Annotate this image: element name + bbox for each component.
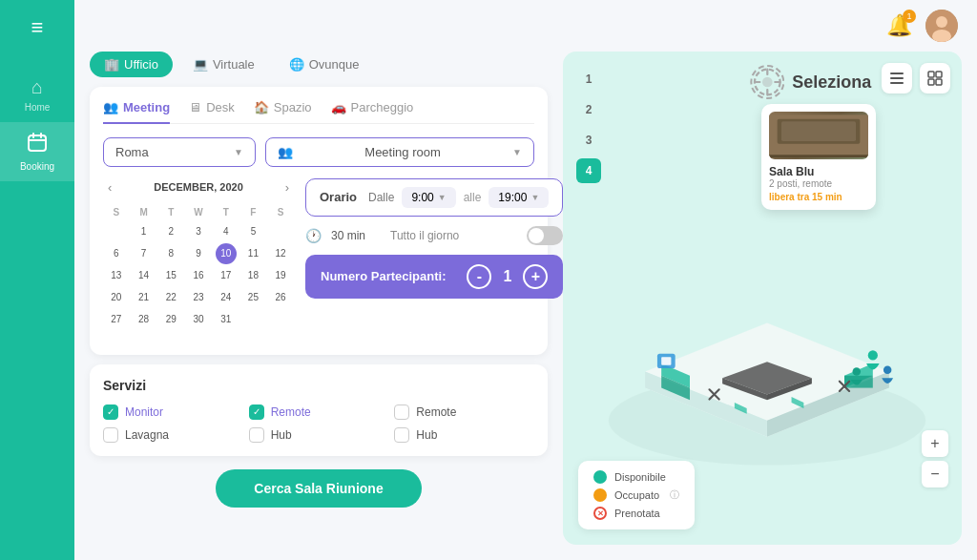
svg-point-44 — [883, 366, 892, 375]
day-header-s2: S — [267, 204, 294, 220]
cal-day-13[interactable]: 13 — [106, 265, 127, 286]
toggle-knob — [529, 228, 544, 243]
time-row: Orario Dalle 9:00 ▼ alle 19:00 ▼ — [305, 178, 563, 217]
cal-day-17[interactable]: 17 — [216, 265, 237, 286]
tab-parcheggio[interactable]: 🚗 Parcheggio — [331, 100, 414, 124]
cal-prev-btn[interactable]: ‹ — [103, 178, 116, 197]
cal-day-11[interactable]: 11 — [242, 243, 263, 264]
location-dropdown[interactable]: Roma ▼ — [103, 137, 256, 167]
num-4[interactable]: 4 — [576, 158, 601, 183]
service-remote2[interactable]: Remote — [394, 404, 534, 420]
calendar: ‹ DECEMBER, 2020 › S M T W T F S — [103, 178, 294, 330]
remote1-checkbox[interactable]: ✓ — [249, 404, 264, 420]
cal-day-28[interactable]: 28 — [134, 309, 155, 330]
left-panel: 🏢 Ufficio 💻 Virtuale 🌐 Ovunque 👥 — [90, 52, 548, 545]
participants-plus-btn[interactable]: + — [523, 264, 548, 289]
num-2[interactable]: 2 — [576, 97, 601, 122]
ovunque-label: Ovunque — [309, 57, 360, 72]
start-time-value: 9:00 — [411, 191, 433, 204]
tab-virtuale[interactable]: 💻 Virtuale — [178, 52, 269, 77]
tab-ufficio[interactable]: 🏢 Ufficio — [90, 52, 173, 77]
lavagna-checkbox[interactable] — [103, 427, 118, 443]
sala-popup[interactable]: Sala Blu 2 posti, remote libera tra 15 m… — [761, 104, 876, 210]
notification-bell[interactable]: 🔔 1 — [886, 13, 912, 38]
sidebar: ≡ ⌂ Home Booking — [0, 0, 74, 560]
meeting-icon: 👥 — [103, 100, 118, 114]
service-monitor[interactable]: ✓ Monitor — [103, 404, 243, 420]
cal-day-5[interactable]: 5 — [242, 221, 263, 242]
service-lavagna[interactable]: Lavagna — [103, 427, 243, 443]
zoom-in-btn[interactable]: + — [922, 430, 948, 457]
cal-day-23[interactable]: 23 — [188, 287, 209, 308]
hub1-checkbox[interactable] — [249, 427, 264, 443]
svg-point-15 — [762, 77, 773, 88]
hub1-label: Hub — [271, 428, 292, 442]
cal-day-16[interactable]: 16 — [188, 265, 209, 286]
cal-day-3[interactable]: 3 — [188, 221, 209, 242]
cal-day-27[interactable]: 27 — [106, 309, 127, 330]
cal-day-21[interactable]: 21 — [134, 287, 155, 308]
list-view-btn[interactable] — [882, 63, 912, 93]
end-time-picker[interactable]: 19:00 ▼ — [488, 187, 549, 208]
cal-day-25[interactable]: 25 — [242, 287, 263, 308]
cal-day-2[interactable]: 2 — [160, 221, 181, 242]
cal-day-15[interactable]: 15 — [160, 265, 181, 286]
tab-desk[interactable]: 🖥 Desk — [189, 100, 235, 124]
cal-day-1[interactable]: 1 — [134, 221, 155, 242]
day-header-t1: T — [157, 204, 184, 220]
service-remote1[interactable]: ✓ Remote — [249, 404, 389, 420]
cal-day-24[interactable]: 24 — [216, 287, 237, 308]
search-sala-button[interactable]: Cerca Sala Riunione — [216, 469, 421, 508]
tab-spazio[interactable]: 🏠 Spazio — [254, 100, 312, 124]
cal-next-btn[interactable]: › — [281, 178, 294, 197]
cal-day-6[interactable]: 6 — [106, 243, 127, 264]
cal-day-31[interactable]: 31 — [216, 309, 237, 330]
desk-icon: 🖥 — [189, 100, 201, 114]
cal-day-30[interactable]: 30 — [188, 309, 209, 330]
cal-day-7[interactable]: 7 — [134, 243, 155, 264]
remote2-checkbox[interactable] — [394, 404, 409, 420]
participants-minus-btn[interactable]: - — [467, 264, 491, 289]
svg-rect-22 — [781, 121, 856, 141]
grid-view-btn[interactable] — [920, 63, 950, 93]
services-card: Servizi ✓ Monitor ✓ Remote Rem — [90, 364, 548, 456]
occupato-label: Occupato — [614, 489, 659, 501]
cal-day-19[interactable]: 19 — [270, 265, 291, 286]
booking-card: 👥 Meeting 🖥 Desk 🏠 Spazio 🚗 Parcheggio — [90, 87, 548, 355]
service-hub1[interactable]: Hub — [249, 427, 389, 443]
cal-day-12[interactable]: 12 — [270, 243, 291, 264]
sidebar-item-booking[interactable]: Booking — [0, 122, 74, 181]
participants-row: Numero Partecipanti: - 1 + — [305, 255, 563, 299]
cal-day-4[interactable]: 4 — [216, 221, 237, 242]
cal-day-10[interactable]: 10 — [216, 243, 237, 264]
tab-ovunque[interactable]: 🌐 Ovunque — [275, 52, 374, 77]
cal-day-22[interactable]: 22 — [160, 287, 181, 308]
cal-day-9[interactable]: 9 — [188, 243, 209, 264]
start-time-picker[interactable]: 9:00 ▼ — [402, 187, 455, 208]
tutto-toggle[interactable] — [527, 226, 563, 245]
num-1[interactable]: 1 — [576, 67, 601, 92]
meeting-label: Meeting — [123, 100, 170, 114]
cal-day-20[interactable]: 20 — [106, 287, 127, 308]
cal-day-26[interactable]: 26 — [270, 287, 291, 308]
list-icon — [889, 71, 904, 86]
avatar[interactable] — [925, 10, 958, 42]
hub2-checkbox[interactable] — [394, 427, 409, 443]
service-hub2[interactable]: Hub — [394, 427, 534, 443]
cal-day-14[interactable]: 14 — [134, 265, 155, 286]
tab-meeting[interactable]: 👥 Meeting — [103, 100, 170, 124]
svg-rect-8 — [890, 77, 904, 79]
sidebar-item-home[interactable]: ⌂ Home — [0, 67, 74, 122]
sidebar-logo[interactable]: ≡ — [31, 15, 44, 40]
num-3[interactable]: 3 — [576, 128, 601, 153]
room-caret: ▼ — [512, 147, 522, 157]
cal-day-8[interactable]: 8 — [160, 243, 181, 264]
cal-day-18[interactable]: 18 — [242, 265, 263, 286]
cal-day-29[interactable]: 29 — [160, 309, 181, 330]
lavagna-label: Lavagna — [125, 428, 169, 442]
monitor-checkbox[interactable]: ✓ — [103, 404, 118, 420]
room-dropdown[interactable]: 👥 Meeting room ▼ — [265, 137, 534, 167]
orario-label: Orario — [320, 190, 357, 204]
zoom-out-btn[interactable]: − — [922, 461, 948, 487]
right-panel: 1 2 3 4 — [563, 52, 962, 545]
